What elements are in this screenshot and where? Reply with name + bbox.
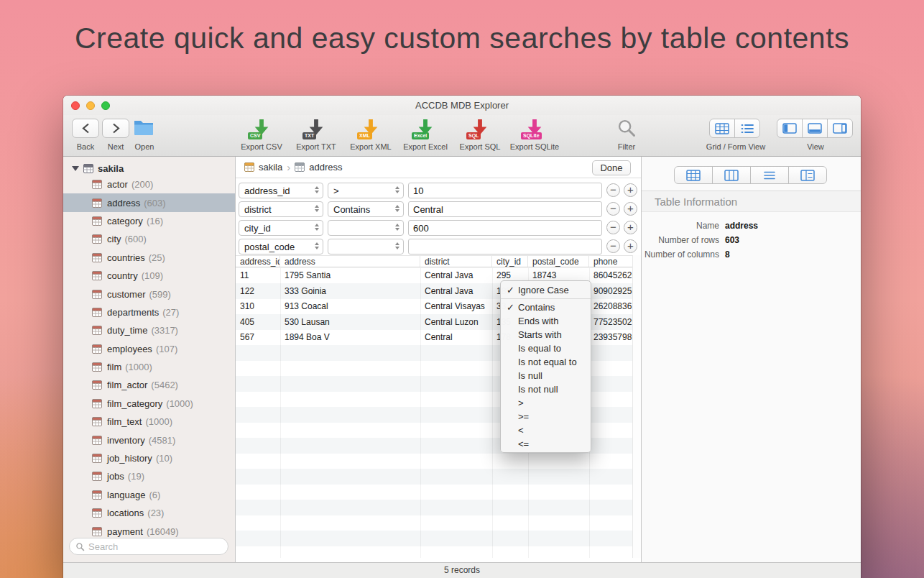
sidebar-item-database[interactable]: sakila [63,160,235,177]
database-name: sakila [98,163,124,174]
table-row-count: (107) [156,344,177,354]
sidebar-item-table[interactable]: jobs (19) [63,467,235,485]
column-header[interactable]: district [420,256,492,267]
filter-value-input[interactable] [408,201,602,217]
remove-filter-button[interactable]: − [606,239,620,253]
column-header[interactable]: postal_code [528,256,589,267]
table-name: film [107,362,121,372]
sidebar-item-table[interactable]: employees (107) [63,340,235,358]
sidebar-item-table[interactable]: film_category (1000) [63,395,235,413]
filter-value-input[interactable] [408,183,602,198]
export-button[interactable]: Excel Export Excel [398,115,453,157]
menu-item[interactable]: Is null [501,369,591,382]
filter-button[interactable] [616,118,637,140]
filter-value-input[interactable] [408,220,602,236]
column-header[interactable]: city_id [492,256,528,267]
sidebar-item-table[interactable]: departments (27) [63,303,235,321]
columns-view-button[interactable] [712,166,751,184]
format-badge: SQLite [521,132,542,139]
cell-address-id: 122 [236,284,280,300]
sidebar-item-table[interactable]: film_text (1000) [63,413,235,431]
table-info-view-button[interactable] [674,166,713,184]
menu-item-label: > [518,398,524,408]
grid-view-button[interactable] [709,119,735,138]
sidebar-item-table[interactable]: duty_time (3317) [63,321,235,339]
menu-item[interactable]: > [501,396,591,410]
field-select[interactable]: address_id [239,183,323,198]
menu-item[interactable]: < [501,423,591,437]
export-button[interactable]: SQLite Export SQLite [507,115,562,157]
sidebar-item-table[interactable]: city (600) [63,230,235,248]
add-filter-button[interactable]: + [624,221,637,234]
remove-filter-button[interactable]: − [606,221,620,234]
inspector-view-control [674,166,827,184]
sidebar-item-table[interactable]: film (1000) [63,358,235,376]
remove-filter-button[interactable]: − [606,202,620,216]
menu-item[interactable]: Is not equal to [501,355,591,369]
operator-select[interactable]: Contains [328,201,404,217]
sidebar-item-table[interactable]: actor (200) [63,175,235,193]
operator-select[interactable] [328,220,404,236]
magnifier-icon [616,118,637,138]
field-select[interactable]: postal_code [239,239,323,254]
breadcrumb-table[interactable]: address [309,162,342,173]
column-header[interactable]: address_id [236,256,280,267]
open-button[interactable] [133,118,156,139]
sidebar-item-table[interactable]: customer (599) [63,285,235,303]
sidebar-item-table[interactable]: language (6) [63,486,235,504]
export-button[interactable]: SQL Export SQL [453,115,507,157]
menu-item[interactable]: Starts with [501,328,591,341]
remove-filter-button[interactable]: − [606,183,620,197]
sidebar-search-field[interactable] [69,538,228,555]
stepper-icon [395,205,399,212]
search-input[interactable] [88,541,228,552]
cell-address: 1894 Boa V [280,330,420,346]
rows-view-button[interactable] [750,166,789,184]
next-button[interactable] [102,119,129,138]
menu-item[interactable]: Ends with [501,314,591,328]
breadcrumb-database[interactable]: sakila [259,162,282,173]
disclosure-triangle-icon[interactable] [72,166,79,171]
show-inspector-button[interactable] [827,119,853,138]
export-buttons: CSV Export CSV TXT Export TXT [234,115,562,157]
menu-item[interactable]: Is not null [501,382,591,396]
operator-select[interactable]: > [328,183,404,198]
filter-value-input[interactable] [408,239,602,254]
export-button[interactable]: CSV Export CSV [234,115,289,157]
table-name: customer [107,289,145,300]
sidebar-item-table[interactable]: countries (25) [63,249,235,267]
show-sidebar-button[interactable] [777,119,803,138]
sidebar-item-table[interactable]: job_history (10) [63,449,235,467]
table-row-count: (599) [149,289,170,300]
back-button[interactable] [72,119,99,138]
menu-item[interactable]: ✓ Contains [501,301,591,314]
menu-item[interactable]: >= [501,410,591,423]
export-button[interactable]: TXT Export TXT [289,115,343,157]
table-row-count: (6) [149,490,161,500]
sidebar-item-table[interactable]: country (109) [63,267,235,285]
sidebar-item-table[interactable]: category (16) [63,212,235,230]
cell-address: 530 Lausan [280,315,420,331]
field-select[interactable]: city_id [239,220,323,236]
done-button[interactable]: Done [592,160,631,175]
form-view-button[interactable] [734,119,760,138]
add-filter-button[interactable]: + [624,202,637,216]
field-select[interactable]: district [239,201,323,217]
menu-item[interactable]: Is equal to [501,341,591,355]
sidebar-item-table[interactable]: inventory (4581) [63,431,235,449]
scrollbar-track[interactable] [632,255,641,558]
column-header[interactable]: address [280,256,420,267]
menu-item[interactable]: <= [501,437,591,451]
operator-select[interactable] [328,239,404,254]
cell-district: Central Luzon [420,315,492,331]
form-info-view-button[interactable] [788,166,827,184]
add-filter-button[interactable]: + [624,183,637,197]
sidebar-item-table[interactable]: address (603) [63,193,235,211]
export-button[interactable]: XML Export XML [343,115,398,157]
sidebar-item-table[interactable]: locations (23) [63,504,235,522]
add-filter-button[interactable]: + [624,239,637,253]
table-name: actor [107,179,128,190]
sidebar-item-table[interactable]: film_actor (5462) [63,376,235,394]
show-bottom-bar-button[interactable] [802,119,828,138]
menu-item[interactable]: ✓ Ignore Case [501,283,591,299]
